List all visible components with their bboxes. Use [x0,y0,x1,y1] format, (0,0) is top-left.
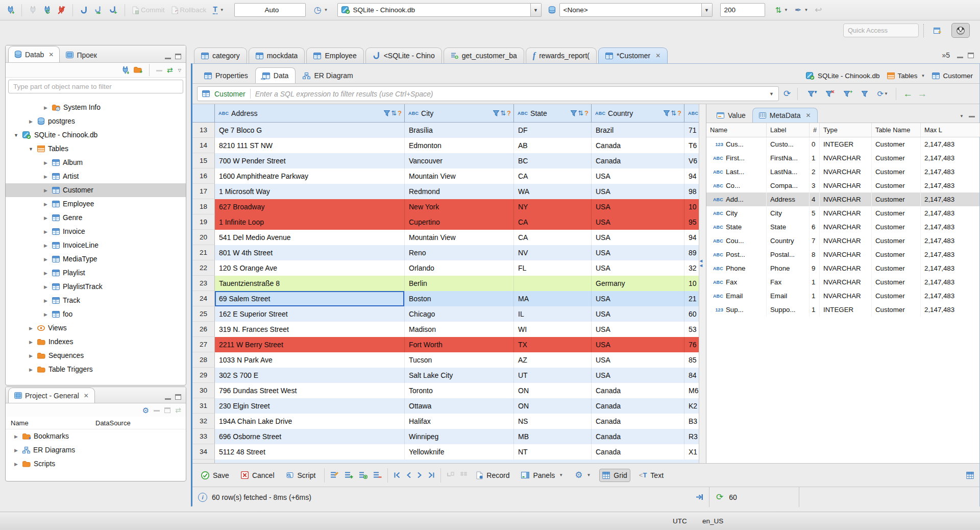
cell-state[interactable]: AZ [514,352,592,368]
cell-state[interactable]: CA [514,214,592,230]
expand-arrow-icon[interactable]: ▶ [28,367,34,372]
editor-tab-rewards-report[interactable]: frewards_report( [526,47,597,63]
grid-scrollbar[interactable]: ◂◂ [699,104,706,463]
next-row-icon[interactable] [417,472,422,478]
auto-refresh-status[interactable]: ⟳ 60 [709,487,799,507]
metadata-row[interactable]: ABCCou...Country7NVARCHARCustomer2,147,4… [706,234,979,248]
column-header-datasource[interactable]: DataSource [95,419,131,427]
row-number[interactable]: 16 [192,168,215,184]
cell-country[interactable]: USA [592,291,684,306]
grid-corner[interactable] [192,104,215,123]
last-row-icon[interactable] [428,472,435,478]
cell-state[interactable]: TX [514,337,592,352]
auto-refresh-icon[interactable]: ⟳▼ [876,87,889,101]
script-button[interactable]: Script [283,469,319,482]
reconnect-icon[interactable] [42,3,53,17]
cell-country[interactable]: Canada [592,429,684,444]
cell-state[interactable]: NS [514,414,592,429]
cell-city[interactable]: Yellowknife [405,444,514,460]
cell-state[interactable]: NT [514,444,592,460]
cell-clipped[interactable]: T6 [684,138,699,153]
tree-item-sequences[interactable]: ▶Sequences [6,349,186,363]
cell-state[interactable]: CA [514,168,592,184]
panel-menu-icon[interactable]: ▼ [960,114,964,118]
cell-clipped[interactable]: K2 [684,398,699,414]
editor-tab-sqlite-chino[interactable]: <SQLite - Chino [365,47,442,63]
breadcrumb-customer[interactable]: Customer [932,72,973,80]
cell-country[interactable]: USA [592,245,684,260]
tree-item-postgres[interactable]: ▶postgres [6,114,186,128]
cell-country[interactable]: USA [592,368,684,383]
metadata-column-table-name[interactable]: Table Name [872,123,921,137]
tree-item-system-info[interactable]: ▶iSystem Info [6,101,186,114]
metadata-column-[interactable]: # [810,123,820,137]
cell-country[interactable]: USA [592,322,684,337]
minimize-icon[interactable] [165,397,171,400]
row-number[interactable]: 14 [192,138,215,153]
filter-funnel-icon[interactable] [384,110,390,116]
minimize-icon[interactable] [165,57,171,59]
editor-tab-employee[interactable]: Employee [306,47,363,63]
link-editor-icon[interactable]: ⇄ [175,406,181,414]
expand-arrow-icon[interactable]: ▶ [42,202,49,207]
cell-city[interactable]: Tucson [405,352,514,368]
subtab-data[interactable]: <>Data [255,67,296,83]
cell-clipped[interactable]: 84 [684,368,699,383]
fetch-page-icon[interactable] [447,471,454,479]
maximize-icon[interactable] [968,53,974,58]
column-header-city[interactable]: ABCCity⇅? [405,104,514,123]
cell-clipped[interactable]: 85 [684,352,699,368]
cell-address[interactable]: 8210 111 ST NW [215,138,405,153]
cell-country[interactable]: Canada [592,138,684,153]
cell-country[interactable]: USA [592,230,684,245]
row-number[interactable]: 21 [192,245,215,260]
calc-panel-icon[interactable] [966,472,974,479]
expand-arrow-icon[interactable]: ▶ [42,215,49,221]
cell-address[interactable]: 2211 W Berry Street [215,337,405,352]
row-number[interactable]: 27 [192,337,215,352]
cell-address[interactable]: 69 Salem Street [215,291,405,306]
cell-address[interactable]: 230 Elgin Street [215,398,405,414]
metadata-column-name[interactable]: Name [706,123,767,137]
cell-clipped[interactable]: X1 [684,444,699,460]
cell-clipped[interactable]: 53 [684,322,699,337]
minimize-icon[interactable] [957,56,963,58]
cell-state[interactable]: WI [514,322,592,337]
cell-address[interactable]: 627 Broadway [215,199,405,214]
connection-select[interactable]: SQLite - Chinook.db ▼ [337,3,542,17]
expand-arrow-icon[interactable]: ▶ [42,105,49,110]
row-number[interactable]: 31 [192,398,215,414]
breadcrumb-sqlite-chinook-db[interactable]: SQLite - Chinook.db [806,72,880,80]
tab-database-navigator[interactable]: Datab ✕ [8,46,60,62]
gear-icon[interactable]: ⚙ [142,406,149,414]
sort-arrows-icon[interactable]: ⇅ [500,109,506,117]
tree-item-views[interactable]: ▶Views [6,321,186,335]
cell-city[interactable]: Mountain View [405,230,514,245]
fetch-size-input[interactable] [720,3,765,17]
expand-all-icon[interactable] [164,407,170,413]
collapse-arrow-icon[interactable]: ▼ [13,133,19,138]
tree-item-playlisttrack[interactable]: ▶PlaylistTrack [6,280,186,294]
cell-clipped[interactable]: 10 [684,199,699,214]
undo-button[interactable]: ↩ [813,3,823,17]
sort-arrows-icon[interactable]: ⇅ [578,109,583,117]
row-number[interactable]: 23 [192,276,215,291]
expand-arrow-icon[interactable]: ▶ [28,340,34,345]
metadata-row[interactable]: ABCStateState6NVARCHARCustomer2,147,483 [706,220,979,234]
cell-address[interactable]: 801 W 4th Street [215,245,405,260]
row-number[interactable]: 18 [192,199,215,214]
cell-state[interactable]: ON [514,398,592,414]
filter-funnel-icon[interactable] [493,110,499,116]
editor-tab-customer[interactable]: *Customer✕ [598,47,668,63]
sort-arrows-icon[interactable]: ⇅ [671,109,676,117]
cell-address[interactable]: 541 Del Medio Avenue [215,230,405,245]
cell-country[interactable]: Germany [592,276,684,291]
record-button[interactable]: Record [473,469,512,482]
row-number[interactable]: 29 [192,368,215,383]
cell-state[interactable]: MB [514,429,592,444]
cell-clipped[interactable]: 32 [684,260,699,276]
view-menu-icon[interactable]: ▽ [178,68,181,73]
row-number[interactable]: 33 [192,429,215,444]
nav-forward-icon[interactable]: → [917,89,927,99]
tree-item-customer[interactable]: ▶Customer [6,183,186,197]
